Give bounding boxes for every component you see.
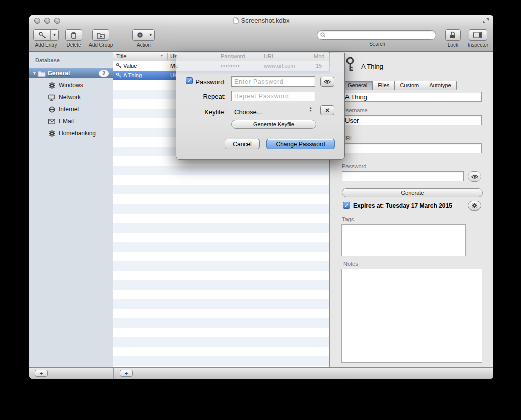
chevron-down-icon[interactable]: ▾ <box>51 30 58 40</box>
dialog-repeat-input[interactable] <box>231 91 315 101</box>
username-label: Username <box>342 107 368 113</box>
password-field[interactable] <box>342 171 464 181</box>
dialog-password-label: Password: <box>194 78 226 86</box>
sidebar-group-general[interactable]: ▾ General 2 <box>29 68 113 78</box>
sidebar-items: Windows Network Internet <box>29 79 113 139</box>
sidebar-item-email[interactable]: EMail <box>29 115 113 127</box>
delete-tool: Delete <box>65 29 82 48</box>
sidebar-item-label: EMail <box>59 118 74 125</box>
key-icon <box>116 72 122 78</box>
expiry-options-button[interactable] <box>468 201 481 211</box>
sidebar-section-header: Database <box>29 52 113 63</box>
fullscreen-icon[interactable] <box>483 18 489 24</box>
entry-title: Value <box>123 63 137 69</box>
sidebar-item-label: Windows <box>59 82 83 89</box>
cancel-button[interactable]: Cancel <box>225 139 260 149</box>
tags-box[interactable] <box>341 224 466 256</box>
folder-plus-icon <box>97 32 105 39</box>
tab-autotype[interactable]: Autotype <box>424 81 456 90</box>
notes-label: Notes <box>343 261 358 267</box>
add-entry-button[interactable]: ▾ <box>33 29 59 41</box>
add-group-label: Add Group <box>89 42 113 48</box>
lock-label: Lock <box>448 42 458 48</box>
search-icon <box>320 32 326 38</box>
lock-icon <box>450 31 456 39</box>
change-password-button[interactable]: Change Password <box>266 139 335 149</box>
delete-button[interactable] <box>65 29 82 41</box>
document-icon[interactable] <box>233 17 239 24</box>
folder-icon <box>38 70 46 77</box>
disclosure-triangle-icon[interactable]: ▾ <box>33 71 36 76</box>
add-group-button[interactable] <box>92 29 109 41</box>
dialog-password-input[interactable] <box>231 76 315 87</box>
window-title-wrap: Screenshot.kdbx <box>29 17 493 24</box>
generate-password-button[interactable]: Generate <box>342 188 483 197</box>
url-field[interactable] <box>342 143 482 153</box>
search-input[interactable] <box>328 32 428 38</box>
inspector-tabs: General Files Custom Autotype <box>342 81 457 90</box>
eye-icon <box>324 79 331 84</box>
dialog-keyfile-label: Keyfile: <box>194 108 226 116</box>
sidebar-item-windows[interactable]: Windows <box>29 79 113 91</box>
stepper-arrows-icon[interactable]: ▴ ▾ <box>310 106 312 112</box>
group-count-badge: 2 <box>99 70 109 77</box>
key-icon <box>34 30 50 40</box>
add-entry-plus-button[interactable]: + <box>120 370 133 377</box>
inspector-panel: A Thing General Files Custom Autotype Us… <box>330 52 493 367</box>
gear-icon <box>48 130 55 137</box>
add-entry-tool: ▾ Add Entry <box>33 29 59 48</box>
delete-label: Delete <box>67 42 81 48</box>
tab-custom[interactable]: Custom <box>395 81 424 90</box>
search-field[interactable] <box>317 30 436 40</box>
eye-icon <box>471 174 478 179</box>
bottom-bar: + + <box>29 367 493 379</box>
inspector-toggle-button[interactable] <box>469 29 487 41</box>
stepper-down-icon[interactable]: ▾ <box>310 109 312 112</box>
sort-indicator-icon[interactable]: ▾ <box>161 53 163 58</box>
password-label: Password <box>342 163 366 169</box>
sidebar: Database ▾ General 2 Windows <box>29 52 113 367</box>
password-enable-checkbox[interactable]: ✓ <box>186 77 193 84</box>
inspector-panel-icon <box>473 32 482 38</box>
lock-tool: Lock <box>445 29 461 48</box>
title-field[interactable] <box>342 92 482 102</box>
username-field[interactable] <box>342 115 482 125</box>
expires-checkbox[interactable]: ✓ <box>343 202 350 209</box>
change-password-sheet: ✓ Password: Repeat: Keyfile: Choose… ▴ ▾… <box>176 53 345 160</box>
add-group-plus-button[interactable]: + <box>35 370 48 377</box>
remove-keyfile-button[interactable]: × <box>320 105 334 115</box>
generate-keyfile-button[interactable]: Generate Keyfile <box>231 120 316 129</box>
sidebar-item-label: Internet <box>59 106 79 113</box>
key-icon <box>343 56 357 72</box>
gear-icon <box>48 82 55 89</box>
envelope-icon <box>48 118 55 125</box>
action-button[interactable]: ▾ <box>132 29 155 41</box>
sidebar-item-internet[interactable]: Internet <box>29 103 113 115</box>
dialog-repeat-label: Repeat: <box>194 93 226 100</box>
column-header-title[interactable]: Title <box>116 53 126 59</box>
action-tool: ▾ Action <box>132 29 155 48</box>
reveal-password-button[interactable] <box>468 171 481 182</box>
tags-label: Tags <box>342 216 354 222</box>
search-tool: Search <box>317 30 437 47</box>
sidebar-item-label: Homebanking <box>59 130 96 137</box>
dialog-reveal-password-button[interactable] <box>320 77 334 87</box>
title-bar[interactable]: Screenshot.kdbx <box>29 15 493 26</box>
chevron-down-icon[interactable]: ▾ <box>147 30 154 40</box>
app-window: Screenshot.kdbx ▾ Add Entry <box>29 15 493 379</box>
keyfile-popup[interactable]: Choose… <box>234 108 263 116</box>
sidebar-item-network[interactable]: Network <box>29 91 113 103</box>
toolbar: ▾ Add Entry Delete <box>29 27 493 51</box>
lock-button[interactable] <box>445 29 461 41</box>
entry-title: A Thing <box>123 72 142 78</box>
expires-label: Expires at: Tuesday 17 March 2015 <box>353 202 452 209</box>
tab-files[interactable]: Files <box>373 81 395 90</box>
add-entry-label: Add Entry <box>35 42 57 48</box>
tab-general[interactable]: General <box>342 81 373 90</box>
toolbar-right-group: Lock Inspector <box>445 29 488 48</box>
add-group-tool: Add Group <box>89 29 113 48</box>
notes-box[interactable] <box>341 269 482 363</box>
inspector-tool: Inspector <box>468 29 488 48</box>
inspector-label: Inspector <box>468 42 488 48</box>
sidebar-item-homebanking[interactable]: Homebanking <box>29 127 113 139</box>
